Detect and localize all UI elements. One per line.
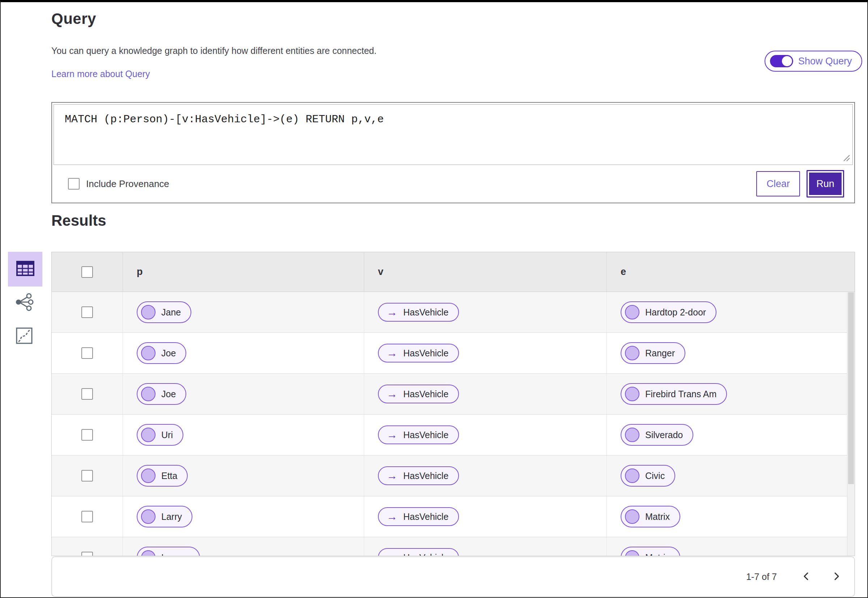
edge-label: HasVehicle bbox=[403, 348, 448, 359]
pagination-range: 1-7 of 7 bbox=[746, 572, 777, 582]
edge-pill-v[interactable]: → HasVehicle bbox=[378, 425, 459, 444]
include-provenance-checkbox[interactable] bbox=[68, 178, 79, 190]
node-circle-icon bbox=[141, 509, 155, 524]
next-page-button[interactable] bbox=[828, 568, 845, 585]
edge-pill-v[interactable]: → HasVehicle bbox=[378, 303, 459, 321]
node-circle-icon bbox=[625, 346, 639, 360]
map-view-icon bbox=[16, 327, 33, 345]
node-pill-e[interactable]: Firebird Trans Am bbox=[621, 383, 727, 405]
edge-pill-v[interactable]: → HasVehicle bbox=[378, 384, 459, 404]
node-pill-p[interactable]: Joe bbox=[137, 383, 186, 405]
node-label: Lauren bbox=[161, 552, 190, 556]
node-pill-e[interactable]: Matrix bbox=[621, 547, 680, 556]
row-checkbox[interactable] bbox=[81, 511, 93, 522]
arrow-right-icon: → bbox=[387, 511, 397, 522]
arrow-right-icon: → bbox=[387, 307, 397, 318]
select-all-checkbox[interactable] bbox=[81, 266, 93, 278]
arrow-right-icon: → bbox=[387, 552, 397, 556]
table-row: Joe → HasVehicle Ranger bbox=[52, 333, 855, 374]
node-pill-e[interactable]: Hardtop 2-door bbox=[621, 301, 716, 323]
query-input[interactable]: MATCH (p:Person)-[v:HasVehicle]->(e) RET… bbox=[54, 105, 852, 164]
include-provenance-label: Include Provenance bbox=[86, 178, 169, 190]
node-circle-icon bbox=[141, 346, 155, 360]
node-label: Joe bbox=[161, 348, 176, 359]
node-label: Joe bbox=[161, 389, 176, 399]
arrow-right-icon: → bbox=[387, 348, 397, 359]
query-editor: MATCH (p:Person)-[v:HasVehicle]->(e) RET… bbox=[54, 104, 853, 165]
node-pill-e[interactable]: Civic bbox=[621, 465, 675, 487]
column-header-p[interactable]: p bbox=[123, 252, 364, 292]
node-label: Silverado bbox=[645, 430, 683, 440]
arrow-right-icon: → bbox=[387, 429, 397, 440]
node-pill-p[interactable]: Larry bbox=[137, 506, 193, 528]
results-section-title: Results bbox=[51, 212, 106, 229]
node-circle-icon bbox=[141, 428, 155, 442]
results-table-header: p v e bbox=[52, 252, 855, 292]
show-query-toggle[interactable]: Show Query bbox=[765, 51, 862, 72]
row-checkbox[interactable] bbox=[81, 347, 93, 359]
node-pill-p[interactable]: Jane bbox=[137, 301, 191, 323]
table-row: Joe → HasVehicle Firebird Trans Am bbox=[52, 374, 855, 414]
scrollbar-thumb[interactable] bbox=[848, 292, 854, 484]
table-row: Uri → HasVehicle Silverado bbox=[52, 414, 855, 456]
row-checkbox[interactable] bbox=[81, 388, 93, 400]
previous-page-button[interactable] bbox=[798, 568, 814, 585]
resize-handle-icon[interactable] bbox=[841, 152, 850, 163]
clear-button[interactable]: Clear bbox=[756, 171, 800, 196]
edge-label: HasVehicle bbox=[403, 471, 448, 481]
query-description: You can query a knowledge graph to ident… bbox=[51, 46, 376, 56]
edge-label: HasVehicle bbox=[403, 307, 448, 318]
vertical-scrollbar[interactable] bbox=[847, 292, 855, 556]
chevron-right-icon bbox=[832, 572, 841, 582]
query-footer: Include Provenance Clear Run bbox=[52, 165, 854, 203]
node-pill-e[interactable]: Matrix bbox=[621, 506, 680, 528]
show-query-label: Show Query bbox=[798, 56, 852, 67]
sidebar-item-map-view[interactable] bbox=[13, 325, 35, 347]
results-table-body: Jane → HasVehicle Hardtop 2-door Joe bbox=[52, 292, 855, 556]
node-circle-icon bbox=[625, 509, 639, 524]
edge-pill-v[interactable]: → HasVehicle bbox=[378, 344, 459, 362]
row-checkbox[interactable] bbox=[81, 306, 93, 318]
node-circle-icon bbox=[625, 428, 639, 442]
node-pill-e[interactable]: Ranger bbox=[621, 342, 685, 364]
chevron-left-icon bbox=[801, 572, 811, 582]
node-pill-p[interactable]: Uri bbox=[137, 424, 183, 446]
column-header-v[interactable]: v bbox=[364, 252, 607, 292]
node-circle-icon bbox=[625, 468, 639, 483]
node-label: Firebird Trans Am bbox=[645, 389, 716, 399]
node-pill-e[interactable]: Silverado bbox=[621, 424, 693, 446]
edge-pill-v[interactable]: → HasVehicle bbox=[378, 548, 459, 556]
node-pill-p[interactable]: Joe bbox=[137, 342, 186, 364]
toggle-switch-icon[interactable] bbox=[770, 55, 793, 67]
edge-pill-v[interactable]: → HasVehicle bbox=[378, 466, 459, 485]
node-pill-p[interactable]: Etta bbox=[137, 465, 188, 487]
sidebar-item-table-view[interactable] bbox=[8, 252, 42, 287]
sidebar-item-graph-view[interactable] bbox=[13, 292, 35, 313]
column-header-e[interactable]: e bbox=[607, 252, 855, 292]
node-circle-icon bbox=[625, 387, 639, 401]
node-label: Matrix bbox=[645, 552, 670, 556]
table-row: Etta → HasVehicle Civic bbox=[52, 456, 855, 496]
edge-pill-v[interactable]: → HasVehicle bbox=[378, 507, 459, 526]
row-checkbox[interactable] bbox=[81, 429, 93, 441]
node-label: Uri bbox=[161, 430, 173, 440]
node-circle-icon bbox=[141, 550, 155, 556]
node-circle-icon bbox=[625, 550, 639, 556]
node-pill-p[interactable]: Lauren bbox=[137, 547, 200, 556]
run-button[interactable]: Run bbox=[807, 170, 844, 197]
node-label: Matrix bbox=[645, 511, 670, 522]
edge-label: HasVehicle bbox=[403, 430, 448, 440]
edge-label: HasVehicle bbox=[403, 389, 448, 399]
node-circle-icon bbox=[141, 468, 155, 483]
learn-more-link[interactable]: Learn more about Query bbox=[51, 69, 150, 79]
query-editor-panel: MATCH (p:Person)-[v:HasVehicle]->(e) RET… bbox=[51, 102, 855, 203]
edge-label: HasVehicle bbox=[403, 511, 448, 522]
node-label: Civic bbox=[645, 471, 665, 481]
node-circle-icon bbox=[141, 305, 155, 320]
node-label: Ranger bbox=[645, 348, 675, 359]
row-checkbox[interactable] bbox=[81, 470, 93, 481]
node-circle-icon bbox=[625, 305, 639, 320]
results-table: p v e Jane → HasVehicle Hardtop 2-door bbox=[51, 252, 855, 556]
row-checkbox[interactable] bbox=[81, 552, 93, 556]
arrow-right-icon: → bbox=[387, 470, 397, 481]
